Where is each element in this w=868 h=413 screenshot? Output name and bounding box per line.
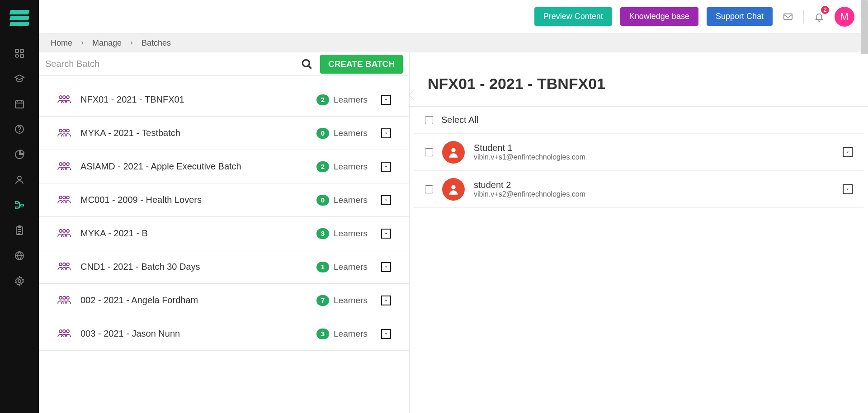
dropdown-icon[interactable] (381, 262, 391, 272)
breadcrumb-home[interactable]: Home (51, 38, 72, 48)
globe-icon[interactable] (13, 249, 26, 262)
svg-point-36 (63, 296, 66, 299)
chevron-right-icon (129, 38, 134, 48)
svg-point-32 (59, 263, 62, 266)
support-chat-button[interactable]: Support Chat (707, 7, 773, 26)
svg-point-29 (59, 230, 62, 232)
learners-label: Learners (334, 296, 368, 305)
svg-point-33 (63, 263, 66, 266)
svg-point-20 (59, 129, 62, 132)
search-row: CREATE BATCH (39, 52, 409, 76)
learner-count-badge: 7 (316, 295, 329, 306)
learners-label: Learners (334, 262, 368, 272)
svg-point-28 (66, 196, 69, 199)
user-avatar[interactable]: M (835, 7, 854, 27)
svg-point-16 (302, 60, 309, 66)
dropdown-icon[interactable] (381, 195, 391, 205)
student-item: Student 1vibin.v+s1@enfintechnologies.co… (414, 134, 863, 171)
create-batch-button[interactable]: CREATE BATCH (320, 55, 403, 74)
learners-label: Learners (334, 229, 368, 239)
dropdown-icon[interactable] (381, 128, 391, 138)
select-all-row: Select All (414, 107, 863, 134)
svg-point-30 (63, 230, 66, 232)
batch-item[interactable]: MYKA - 2021 - Testbatch0Learners (39, 117, 409, 150)
clipboard-icon[interactable] (13, 224, 26, 237)
batch-item[interactable]: NFX01 - 2021 - TBNFX012Learners (39, 83, 409, 117)
svg-point-40 (66, 330, 69, 333)
svg-point-37 (66, 296, 69, 299)
learner-count-badge: 3 (316, 329, 329, 339)
student-list: Student 1vibin.v+s1@enfintechnologies.co… (410, 134, 868, 208)
help-icon[interactable] (13, 123, 26, 136)
batch-item[interactable]: 003 - 2021 - Jason Nunn3Learners (39, 317, 409, 351)
people-icon (57, 229, 71, 239)
svg-point-41 (451, 148, 455, 152)
app-logo[interactable] (8, 9, 31, 27)
dropdown-icon[interactable] (381, 162, 391, 172)
search-icon[interactable] (299, 56, 315, 72)
people-icon (57, 195, 71, 205)
batch-item[interactable]: CND1 - 2021 - Batch 30 Days1Learners (39, 250, 409, 284)
student-avatar-icon (442, 178, 465, 201)
learner-count-badge: 1 (316, 262, 329, 272)
student-checkbox[interactable] (425, 148, 433, 156)
svg-rect-9 (15, 207, 18, 209)
batch-item[interactable]: MYKA - 2021 - B3Learners (39, 217, 409, 250)
batch-item[interactable]: MC001 - 2009 - Health Lovers0Learners (39, 183, 409, 217)
bell-icon[interactable]: 2 (812, 9, 826, 24)
svg-point-34 (66, 263, 69, 266)
people-icon (57, 262, 71, 272)
people-icon (57, 296, 71, 305)
graduation-icon[interactable] (13, 72, 26, 85)
breadcrumb-batches[interactable]: Batches (142, 38, 171, 48)
svg-point-7 (18, 176, 21, 180)
svg-rect-4 (15, 101, 24, 108)
svg-rect-0 (15, 49, 19, 52)
batch-item[interactable]: 002 - 2021 - Angela Fordham7Learners (39, 284, 409, 317)
batch-list-column: CREATE BATCH NFX01 - 2021 - TBNFX012Lear… (39, 52, 410, 413)
student-info: student 2vibin.v+s2@enfintechnologies.co… (474, 180, 834, 198)
learner-count-badge: 0 (316, 128, 329, 139)
svg-point-42 (451, 185, 455, 189)
calendar-icon[interactable] (13, 98, 26, 110)
dropdown-icon[interactable] (381, 229, 391, 239)
svg-point-26 (59, 196, 62, 199)
select-all-checkbox[interactable] (425, 116, 433, 124)
dropdown-icon[interactable] (381, 296, 391, 305)
scrollbar[interactable] (861, 0, 868, 54)
learners-label: Learners (334, 329, 368, 339)
breadcrumb-manage[interactable]: Manage (92, 38, 122, 48)
search-input[interactable] (45, 59, 294, 69)
notification-badge: 2 (821, 6, 829, 14)
people-icon (57, 95, 71, 105)
settings-icon[interactable] (13, 275, 26, 287)
svg-point-27 (63, 196, 66, 199)
learners-label: Learners (334, 162, 368, 172)
dashboard-icon[interactable] (13, 47, 26, 60)
batch-detail-column: NFX01 - 2021 - TBNFX01 Select All Studen… (410, 52, 868, 413)
svg-point-14 (18, 280, 21, 282)
svg-point-6 (19, 131, 20, 132)
svg-point-31 (66, 230, 69, 232)
student-email: vibin.v+s2@enfintechnologies.com (474, 190, 834, 198)
svg-rect-1 (20, 49, 24, 52)
user-icon[interactable] (13, 174, 26, 186)
dropdown-icon[interactable] (381, 95, 391, 105)
dropdown-icon[interactable] (381, 329, 391, 339)
content: CREATE BATCH NFX01 - 2021 - TBNFX012Lear… (39, 52, 868, 413)
mail-icon[interactable] (781, 9, 795, 24)
student-email: vibin.v+s1@enfintechnologies.com (474, 153, 834, 161)
batch-item[interactable]: ASIAMD - 2021 - Apple Executive Batch2Le… (39, 150, 409, 183)
batches-icon[interactable] (13, 199, 26, 211)
learners-label: Learners (334, 195, 368, 205)
svg-point-39 (63, 330, 66, 333)
knowledge-base-button[interactable]: Knowledge base (620, 7, 698, 26)
preview-content-button[interactable]: Preview Content (534, 7, 612, 26)
svg-point-18 (63, 96, 66, 99)
dropdown-icon[interactable] (843, 147, 853, 157)
student-avatar-icon (442, 141, 465, 164)
batch-list: NFX01 - 2021 - TBNFX012LearnersMYKA - 20… (39, 76, 409, 413)
chart-icon[interactable] (13, 148, 26, 161)
dropdown-icon[interactable] (843, 184, 853, 194)
student-checkbox[interactable] (425, 185, 433, 193)
